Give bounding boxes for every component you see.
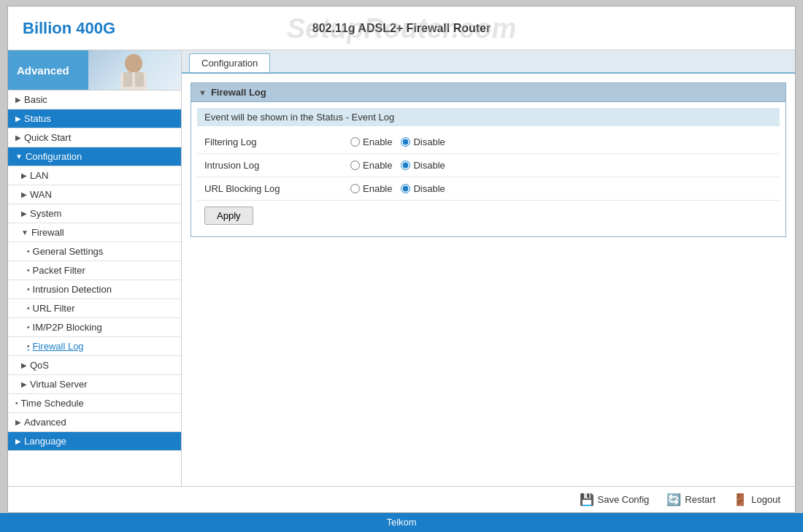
sidebar-item-qos-label: QoS [30, 360, 49, 371]
sidebar-header-label: Advanced [8, 50, 88, 90]
filtering-log-disable-radio[interactable] [401, 137, 410, 147]
sidebar-item-basic[interactable]: ▶ Basic [8, 90, 181, 109]
sidebar-item-firewall[interactable]: ▼ Firewall [8, 223, 181, 242]
url-blocking-log-enable-radio[interactable] [350, 184, 360, 193]
url-blocking-log-label: URL Blocking Log [204, 183, 350, 194]
filtering-log-enable-option[interactable]: Enable [350, 136, 392, 147]
panel-content: ▼ Firewall Log Event will be shown in th… [182, 74, 795, 246]
person-graphic [104, 50, 163, 90]
sidebar-item-time-schedule-label: Time Schedule [21, 398, 84, 409]
main-content: Configuration ▼ Firewall Log Event will … [182, 50, 795, 486]
sidebar-item-quickstart-label: Quick Start [24, 132, 71, 143]
arrow-icon: ▶ [21, 190, 27, 198]
url-blocking-log-disable-label: Disable [413, 183, 445, 194]
section-title: Firewall Log [211, 87, 266, 98]
intrusion-log-disable-option[interactable]: Disable [401, 160, 445, 171]
filtering-log-enable-label: Enable [363, 136, 392, 147]
arrow-icon: ▶ [15, 115, 21, 123]
sidebar: Advanced ▶ Basic [8, 50, 182, 486]
info-row: Event will be shown in the Status - Even… [197, 108, 780, 126]
sidebar-item-url-filter[interactable]: • URL Filter [8, 299, 181, 318]
intrusion-log-row: Intrusion Log Enable Disable [197, 154, 780, 177]
header: Billion 400G 802.11g ADSL2+ Firewall Rou… [8, 7, 795, 50]
filtering-log-radio-group: Enable Disable [350, 136, 445, 147]
sidebar-item-general-settings-label: General Settings [33, 246, 104, 257]
svg-rect-3 [135, 72, 144, 87]
sidebar-item-status[interactable]: ▶ Status [8, 109, 181, 128]
arrow-icon: ▼ [15, 153, 23, 161]
outer-frame: Billion 400G 802.11g ADSL2+ Firewall Rou… [0, 0, 803, 532]
content-area: Advanced ▶ Basic [8, 50, 795, 486]
sidebar-item-advanced[interactable]: ▶ Advanced [8, 413, 181, 432]
arrow-icon: ▶ [15, 134, 21, 142]
sidebar-item-basic-label: Basic [24, 94, 47, 105]
sidebar-item-system[interactable]: ▶ System [8, 204, 181, 223]
filtering-log-disable-label: Disable [413, 136, 445, 147]
sidebar-item-intrusion-detection-label: Intrusion Detection [33, 284, 112, 295]
svg-rect-2 [123, 72, 132, 87]
url-blocking-log-disable-option[interactable]: Disable [401, 183, 445, 194]
sidebar-item-firewall-label: Firewall [31, 227, 64, 238]
main-wrapper: Billion 400G 802.11g ADSL2+ Firewall Rou… [7, 6, 796, 513]
svg-point-0 [125, 54, 142, 73]
page-heading: 802.11g ADSL2+ Firewall Router [312, 22, 491, 35]
sidebar-item-packet-filter-label: Packet Filter [33, 265, 85, 276]
save-icon: 💾 [580, 493, 594, 506]
brand-title: Billion 400G [23, 19, 169, 38]
save-config-action[interactable]: 💾 Save Config [580, 493, 650, 506]
sidebar-item-virtual-server[interactable]: ▶ Virtual Server [8, 375, 181, 394]
bullet-icon: • [27, 266, 30, 274]
bottom-bar-text: Telkom [386, 517, 416, 528]
restart-action[interactable]: 🔄 Restart [666, 493, 715, 506]
sidebar-item-quickstart[interactable]: ▶ Quick Start [8, 128, 181, 147]
sidebar-item-lan-label: LAN [30, 170, 48, 181]
sidebar-item-virtual-server-label: Virtual Server [30, 379, 88, 390]
bullet-icon: • [27, 285, 30, 293]
intrusion-log-disable-radio[interactable] [401, 161, 410, 170]
apply-button[interactable]: Apply [204, 207, 253, 225]
bullet-icon: • [27, 342, 30, 350]
sidebar-item-intrusion-detection[interactable]: • Intrusion Detection [8, 280, 181, 299]
sidebar-item-advanced-label: Advanced [24, 417, 66, 428]
sidebar-item-language-label: Language [24, 436, 66, 447]
restart-label: Restart [685, 494, 715, 505]
sidebar-item-time-schedule[interactable]: • Time Schedule [8, 394, 181, 413]
filtering-log-disable-option[interactable]: Disable [401, 136, 445, 147]
url-blocking-log-enable-option[interactable]: Enable [350, 183, 392, 194]
arrow-icon: ▶ [15, 96, 21, 104]
triangle-icon: ▼ [199, 88, 207, 97]
intrusion-log-enable-radio[interactable] [350, 161, 360, 170]
restart-icon: 🔄 [666, 493, 681, 506]
sidebar-item-lan[interactable]: ▶ LAN [8, 166, 181, 185]
sidebar-item-im-p2p[interactable]: • IM/P2P Blocking [8, 318, 181, 337]
sidebar-item-firewall-log[interactable]: • Firewall Log [8, 337, 181, 356]
arrow-icon: ▶ [21, 380, 27, 388]
bullet-icon: • [27, 304, 30, 312]
filtering-log-enable-radio[interactable] [350, 137, 360, 147]
logout-action[interactable]: 🚪 Logout [733, 493, 780, 506]
sidebar-item-wan-label: WAN [30, 189, 52, 200]
bottom-bar: Telkom [0, 513, 803, 532]
info-text: Event will be shown in the Status - Even… [204, 112, 394, 123]
sidebar-item-language[interactable]: ▶ Language [8, 432, 181, 451]
sidebar-item-url-filter-label: URL Filter [33, 303, 75, 314]
sidebar-item-packet-filter[interactable]: • Packet Filter [8, 261, 181, 280]
filtering-log-row: Filtering Log Enable Disable [197, 131, 780, 154]
sidebar-item-configuration-label: Configuration [26, 151, 82, 162]
sidebar-item-configuration[interactable]: ▼ Configuration [8, 147, 181, 166]
url-blocking-log-disable-radio[interactable] [401, 184, 410, 193]
firewall-log-section-body: Event will be shown in the Status - Even… [191, 102, 786, 237]
intrusion-log-enable-label: Enable [363, 160, 392, 171]
arrow-icon: ▶ [21, 209, 27, 217]
arrow-icon: ▶ [21, 171, 27, 180]
logout-icon: 🚪 [733, 493, 748, 506]
sidebar-item-status-label: Status [24, 113, 51, 124]
sidebar-item-wan[interactable]: ▶ WAN [8, 185, 181, 204]
sidebar-item-qos[interactable]: ▶ QoS [8, 356, 181, 375]
bullet-icon: • [27, 323, 30, 331]
sidebar-item-general-settings[interactable]: • General Settings [8, 242, 181, 261]
intrusion-log-enable-option[interactable]: Enable [350, 160, 392, 171]
tab-configuration[interactable]: Configuration [189, 53, 270, 72]
intrusion-log-label: Intrusion Log [204, 160, 350, 171]
firewall-log-section-header: ▼ Firewall Log [191, 82, 786, 102]
